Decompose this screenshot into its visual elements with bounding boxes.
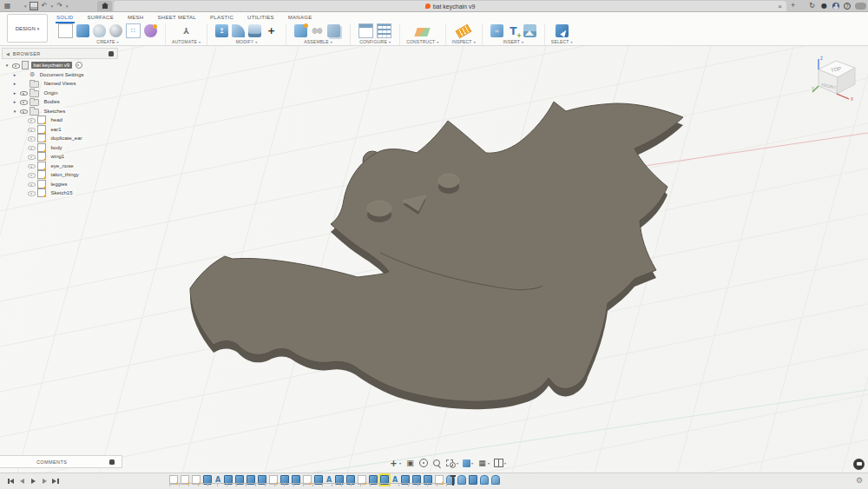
- fit-icon[interactable]: ▣: [405, 459, 415, 468]
- visibility-eye-icon[interactable]: [28, 162, 36, 169]
- undo-icon[interactable]: ↶: [41, 2, 49, 10]
- tab-surface[interactable]: SURFACE: [87, 13, 115, 23]
- group-label-modify[interactable]: MODIFY: [236, 39, 254, 44]
- tab-utilities[interactable]: UTILITIES: [247, 13, 275, 23]
- joint-icon[interactable]: [311, 24, 324, 37]
- viewports-icon[interactable]: [494, 459, 503, 467]
- press-pull-icon[interactable]: ↥: [215, 24, 228, 37]
- file-menu-caret-icon[interactable]: ▾: [24, 3, 27, 9]
- redo-icon[interactable]: ↷: [56, 2, 63, 10]
- visibility-eye-icon[interactable]: [28, 135, 36, 142]
- close-tab-icon[interactable]: ×: [778, 2, 782, 11]
- rigid-group-icon[interactable]: [327, 24, 340, 37]
- timeline-feature-extrude[interactable]: [469, 475, 477, 485]
- orbit-icon[interactable]: [419, 459, 428, 467]
- fillet-icon[interactable]: [232, 24, 245, 37]
- group-label-create[interactable]: CREATE: [96, 39, 115, 44]
- visibility-eye-icon[interactable]: [28, 116, 36, 124]
- timeline-feature-fillet[interactable]: [457, 475, 466, 485]
- collapse-arrow-icon[interactable]: ▸: [12, 81, 17, 86]
- browser-node-talon-thingy[interactable]: talon_thingy: [2, 170, 118, 180]
- collapse-arrow-icon[interactable]: ▸: [12, 72, 17, 77]
- config-table-icon[interactable]: [377, 23, 391, 38]
- step-back-button[interactable]: [17, 477, 26, 486]
- visibility-eye-icon[interactable]: [28, 171, 36, 179]
- display-icon[interactable]: [463, 459, 470, 467]
- undo-caret-icon[interactable]: ▾: [51, 3, 54, 9]
- tab-mesh[interactable]: MESH: [127, 13, 145, 23]
- viewports-caret-icon[interactable]: ▾: [504, 461, 506, 466]
- comments-bar[interactable]: COMMENTS: [0, 455, 122, 468]
- group-label-insert[interactable]: INSERT: [503, 39, 520, 44]
- app-grid-icon[interactable]: ▦: [3, 2, 11, 10]
- group-label-select[interactable]: SELECT: [551, 39, 569, 44]
- create-sketch-icon[interactable]: [58, 23, 73, 38]
- browser-node-sketch15[interactable]: Sketch15: [2, 188, 118, 198]
- sphere-icon[interactable]: [109, 24, 122, 37]
- tab-plastic[interactable]: PLASTIC: [209, 13, 234, 23]
- measure-icon[interactable]: [456, 23, 472, 38]
- view-cube[interactable]: TOP FRONT Z Y X: [811, 48, 865, 103]
- step-forward-button[interactable]: [40, 477, 49, 486]
- browser-node-duplicate-ear[interactable]: duplicate_ear: [2, 134, 118, 143]
- revolve-icon[interactable]: [93, 24, 106, 37]
- comments-menu-icon[interactable]: [109, 459, 115, 465]
- visibility-eye-icon[interactable]: [20, 89, 28, 96]
- group-label-assemble[interactable]: ASSEMBLE: [304, 39, 329, 44]
- collapse-arrow-icon[interactable]: ▸: [12, 99, 17, 104]
- tab-solid[interactable]: SOLID: [56, 13, 75, 23]
- timeline-marker[interactable]: [452, 475, 454, 486]
- browser-menu-icon[interactable]: [108, 51, 114, 56]
- collapse-panel-icon[interactable]: ◀: [6, 51, 10, 56]
- insert-text-icon[interactable]: T: [507, 24, 520, 37]
- browser-node-leggies[interactable]: leggies: [2, 180, 118, 189]
- save-icon[interactable]: [30, 2, 38, 10]
- construct-plane-icon[interactable]: [415, 28, 431, 36]
- zoom-window-caret-icon[interactable]: ▾: [457, 461, 458, 466]
- visibility-eye-icon[interactable]: [12, 62, 20, 69]
- zoom-icon[interactable]: [432, 459, 442, 468]
- help-icon[interactable]: ?: [844, 3, 851, 10]
- timeline-settings-gear-icon[interactable]: ⚙: [856, 476, 863, 485]
- shell-icon[interactable]: [248, 24, 261, 37]
- play-button[interactable]: [29, 477, 37, 486]
- bat-model[interactable]: [190, 102, 683, 409]
- viewport-canvas[interactable]: [0, 11, 868, 489]
- skip-to-start-button[interactable]: [6, 477, 15, 486]
- browser-node-bat-keychain-v9[interactable]: ▾bat keychain v9: [2, 61, 118, 70]
- display-caret-icon[interactable]: ▾: [471, 461, 473, 466]
- pan-caret-icon[interactable]: ▾: [399, 461, 401, 466]
- home-tab[interactable]: [97, 1, 112, 11]
- visibility-eye-icon[interactable]: [28, 180, 36, 188]
- browser-node-origin[interactable]: ▸Origin: [2, 89, 118, 98]
- file-menu-icon[interactable]: [14, 2, 22, 10]
- group-label-inspect[interactable]: INSPECT: [452, 39, 472, 44]
- new-tab-button[interactable]: +: [791, 1, 795, 10]
- group-label-configure[interactable]: CONFIGURE: [359, 39, 387, 44]
- visibility-eye-icon[interactable]: [20, 98, 28, 106]
- design-workspace-switcher[interactable]: DESIGN ▾: [7, 14, 48, 43]
- move-icon[interactable]: +: [265, 24, 278, 37]
- browser-header[interactable]: ◀ BROWSER: [2, 48, 118, 59]
- viewport[interactable]: [0, 11, 868, 489]
- profile-icon[interactable]: [832, 3, 839, 10]
- collapse-arrow-icon[interactable]: ▸: [12, 90, 17, 96]
- job-status-icon[interactable]: ●: [820, 2, 828, 10]
- tab-manage[interactable]: MANAGE: [287, 13, 313, 23]
- visibility-eye-icon[interactable]: [28, 143, 36, 151]
- browser-node-bodies[interactable]: ▸Bodies: [2, 97, 118, 107]
- extrude-icon[interactable]: [76, 24, 89, 37]
- group-label-construct[interactable]: CONSTRUCT: [406, 39, 435, 44]
- skip-to-end-button[interactable]: [51, 477, 60, 486]
- visibility-eye-icon[interactable]: [28, 153, 36, 161]
- timeline-feature-fillet[interactable]: [480, 475, 489, 485]
- timeline-feature-fillet[interactable]: [491, 475, 500, 485]
- browser-node-wing1[interactable]: wing1: [2, 152, 118, 162]
- browser-node-eye-nose[interactable]: eye_nose: [2, 162, 118, 171]
- browser-node-head[interactable]: head: [2, 116, 118, 125]
- grid-display-icon[interactable]: ▦: [477, 459, 487, 468]
- activate-radio-icon[interactable]: [76, 62, 82, 69]
- zoom-window-icon[interactable]: [446, 459, 456, 468]
- visibility-eye-icon[interactable]: [20, 107, 28, 115]
- new-component-icon[interactable]: [294, 24, 307, 37]
